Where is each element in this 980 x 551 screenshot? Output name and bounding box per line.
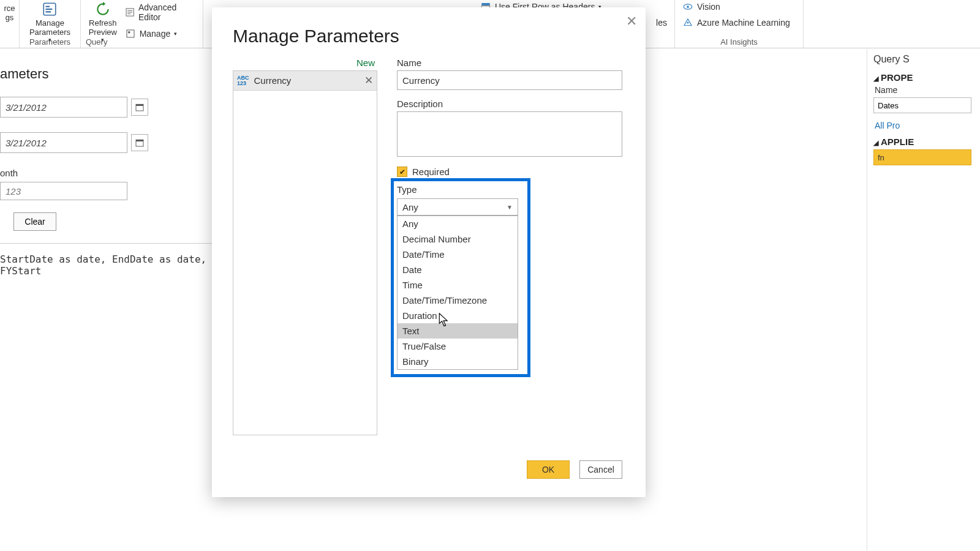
ribbon-group-label-parameters: Parameters xyxy=(29,37,70,47)
azure-ml-button[interactable]: Azure Machine Learning xyxy=(680,16,793,29)
description-textarea[interactable] xyxy=(397,111,622,157)
ribbon-group-source: rce gs xyxy=(0,0,20,48)
type-option[interactable]: Text xyxy=(398,323,518,339)
left-parameters-pane: ameters onth Clear StartDate as date, En… xyxy=(0,49,212,551)
start-date-input[interactable] xyxy=(0,97,127,118)
svg-rect-7 xyxy=(481,3,490,6)
parameter-list: ABC123 Currency ✕ xyxy=(233,70,377,435)
description-field-label: Description xyxy=(397,99,622,109)
applied-steps-section[interactable]: ◢APPLIE xyxy=(873,137,980,147)
parameter-list-column: New ABC123 Currency ✕ xyxy=(233,58,377,435)
required-checkbox[interactable]: ✔ xyxy=(397,167,407,177)
svg-point-13 xyxy=(687,22,689,24)
left-divider xyxy=(0,243,212,244)
svg-rect-6 xyxy=(128,31,130,33)
azure-ml-icon xyxy=(682,17,693,28)
type-selected-value: Any xyxy=(402,202,418,212)
dialog-footer: OK Cancel xyxy=(527,460,622,479)
svg-rect-1 xyxy=(46,6,50,7)
ribbon-group-parameters: Manage Parameters ▾ Parameters xyxy=(20,0,81,48)
parameter-item[interactable]: ABC123 Currency ✕ xyxy=(233,71,377,91)
dialog-body: New ABC123 Currency ✕ Name Description ✔… xyxy=(212,58,646,435)
type-option[interactable]: Time xyxy=(398,277,518,293)
advanced-editor-button[interactable]: Advanced Editor xyxy=(123,1,198,23)
properties-section[interactable]: ◢PROPE xyxy=(873,72,980,83)
manage-button[interactable]: Manage ▾ xyxy=(123,27,198,40)
calendar-svg-icon xyxy=(135,138,145,148)
month-label: onth xyxy=(0,168,212,178)
type-label: Type xyxy=(397,184,616,195)
ok-button[interactable]: OK xyxy=(527,460,570,479)
name-input[interactable] xyxy=(397,70,622,90)
required-label: Required xyxy=(412,167,450,177)
type-option[interactable]: True/False xyxy=(398,339,518,354)
vision-button[interactable]: Vision xyxy=(680,0,723,13)
new-parameter-link[interactable]: New xyxy=(233,58,377,68)
source-gs-btn[interactable]: rce gs xyxy=(4,0,15,22)
type-option[interactable]: Duration xyxy=(398,308,518,323)
name-field-label: Name xyxy=(397,58,622,68)
refresh-icon xyxy=(95,1,111,17)
svg-point-12 xyxy=(687,6,689,8)
left-pane-title: ameters xyxy=(0,66,212,82)
query-settings-pane: Query S ◢PROPE Name All Pro ◢APPLIE fn xyxy=(867,49,980,551)
manage-parameters-dialog: ✕ Manage Parameters New ABC123 Currency … xyxy=(212,7,646,497)
parameter-form: Name Description ✔ Required Type Any ▼ A… xyxy=(397,58,622,435)
formula-text: StartDate as date, EndDate as date, FYSt… xyxy=(0,253,212,277)
type-option[interactable]: Date xyxy=(398,262,518,277)
chevron-down-icon: ▼ xyxy=(507,204,513,211)
required-row: ✔ Required xyxy=(397,167,622,177)
name-label: Name xyxy=(875,85,980,95)
ribbon-group-label-ai: AI Insights xyxy=(675,37,803,47)
parameters-icon xyxy=(42,1,58,17)
ribbon-group-ai: Vision Azure Machine Learning AI Insight… xyxy=(675,0,804,48)
clear-button[interactable]: Clear xyxy=(13,212,56,231)
end-date-input[interactable] xyxy=(0,132,127,153)
calendar-icon[interactable] xyxy=(131,134,148,151)
svg-rect-17 xyxy=(136,140,143,141)
type-block: Type Any ▼ AnyDecimal NumberDate/TimeDat… xyxy=(391,178,622,376)
abc123-icon: ABC123 xyxy=(237,75,249,86)
svg-rect-2 xyxy=(46,9,53,10)
query-settings-title: Query S xyxy=(873,54,980,65)
ribbon-group-query: Refresh Preview ▾ Advanced Editor Manage… xyxy=(81,0,203,48)
applied-step-item[interactable]: fn xyxy=(873,149,971,165)
cancel-button[interactable]: Cancel xyxy=(579,460,622,479)
type-option[interactable]: Any xyxy=(398,216,518,231)
manage-icon xyxy=(125,28,136,39)
ribbon-group-label-query: Query xyxy=(86,37,107,47)
start-date-field xyxy=(0,97,212,118)
dialog-title: Manage Parameters xyxy=(233,26,646,47)
type-option[interactable]: Date/Time xyxy=(398,247,518,262)
les-button[interactable]: les xyxy=(654,16,669,29)
calendar-icon[interactable] xyxy=(131,99,148,116)
delete-parameter-icon[interactable]: ✕ xyxy=(364,74,373,87)
editor-icon xyxy=(125,7,135,18)
type-dropdown: AnyDecimal NumberDate/TimeDateTimeDate/T… xyxy=(397,216,518,370)
vision-icon xyxy=(682,1,693,12)
svg-rect-3 xyxy=(46,11,51,12)
query-name-input[interactable] xyxy=(873,97,971,113)
type-select[interactable]: Any ▼ xyxy=(397,198,518,216)
calendar-svg-icon xyxy=(135,102,145,112)
svg-rect-15 xyxy=(136,104,143,106)
type-option[interactable]: Decimal Number xyxy=(398,231,518,247)
end-date-field xyxy=(0,132,212,153)
svg-rect-5 xyxy=(127,30,134,37)
month-input[interactable] xyxy=(0,182,127,200)
all-properties-link[interactable]: All Pro xyxy=(875,121,980,130)
type-option[interactable]: Binary xyxy=(398,354,518,369)
parameter-item-label: Currency xyxy=(254,75,292,86)
type-option[interactable]: Date/Time/Timezone xyxy=(398,293,518,308)
close-icon[interactable]: ✕ xyxy=(626,13,637,29)
